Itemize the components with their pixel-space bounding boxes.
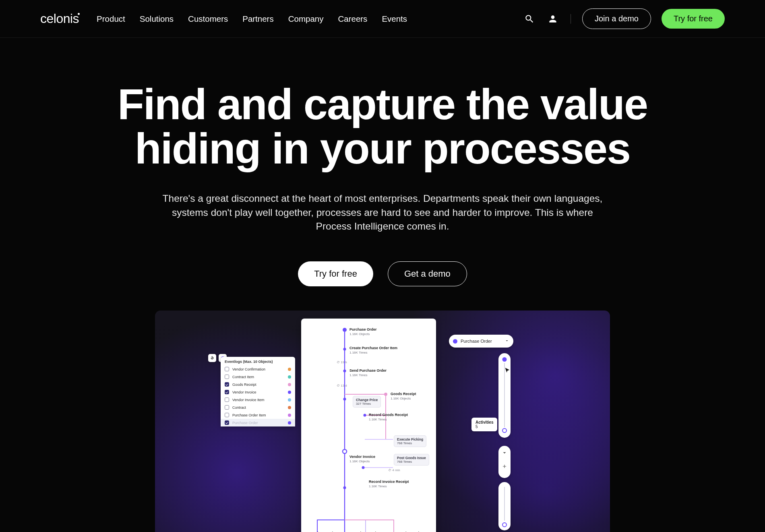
primary-nav: Product Solutions Customers Partners Com… — [97, 14, 407, 24]
hero-body: There's a great disconnect at the heart … — [155, 192, 610, 233]
checkbox-icon[interactable] — [225, 367, 229, 371]
flow-node-record-goods-receipt: Record Goods Receipt1.16K Times — [369, 413, 408, 421]
flow-node-execute-picking: Execute Picking768 Times — [394, 435, 426, 447]
flow-node-vendor-invoice: Vendor Invoice1.16K Objects — [349, 455, 375, 463]
hero-title-line2: hiding in your processes — [135, 124, 630, 173]
refresh-icon[interactable] — [208, 354, 216, 362]
nav-company[interactable]: Company — [288, 14, 324, 24]
eventlog-item[interactable]: Vendor Invoice Item — [221, 396, 295, 404]
eventlog-item[interactable]: Contract — [221, 404, 295, 411]
nav-partners[interactable]: Partners — [242, 14, 273, 24]
eventlogs-heading: Eventlogs (Max. 10 Objects) — [221, 357, 295, 365]
process-flow-panel: Purchase Order1.16K Objects Create Purch… — [301, 319, 436, 532]
svg-point-7 — [362, 466, 365, 469]
eventlog-item-label: Vendor Invoice — [232, 390, 256, 394]
activities-value: 5 — [476, 424, 478, 429]
checkbox-icon[interactable] — [225, 405, 229, 410]
nav-product[interactable]: Product — [97, 14, 125, 24]
svg-point-2 — [343, 370, 346, 373]
object-color-dot-icon — [453, 339, 457, 344]
eventlog-item-label: Contract Item — [232, 375, 254, 379]
flow-node-change-price: Change Price327 Times — [353, 396, 381, 408]
hero-get-demo-button[interactable]: Get a demo — [388, 261, 467, 286]
header-actions: Join a demo Try for free — [523, 8, 725, 29]
color-dot-icon — [288, 414, 291, 417]
svg-point-0 — [343, 328, 347, 332]
svg-point-3 — [343, 398, 346, 401]
eventlog-item-label: Contract — [232, 406, 246, 410]
brand-logo[interactable]: celonis — [40, 11, 79, 26]
flow-node-post-goods-issue: Post Goods Issue768 Times — [394, 454, 429, 466]
checkbox-icon[interactable] — [225, 382, 229, 387]
color-dot-icon — [288, 383, 291, 386]
color-dot-icon — [288, 391, 291, 394]
eventlog-item-label: Goods Receipt — [232, 383, 256, 387]
zoom-slider[interactable] — [498, 482, 511, 530]
svg-point-4 — [384, 393, 387, 396]
eventlog-item[interactable]: Goods Receipt — [221, 381, 295, 388]
checkbox-icon[interactable] — [225, 413, 229, 417]
slider-handle-icon[interactable] — [502, 428, 507, 433]
arrow-down-icon — [502, 450, 507, 455]
eventlog-item[interactable]: Purchase Order Item — [221, 411, 295, 419]
flow-edge-duration-1: ⏱ 19 h — [337, 360, 347, 364]
hero-try-free-button[interactable]: Try for free — [298, 261, 373, 286]
eventlog-item-label: Vendor Confirmation — [232, 367, 265, 371]
flow-node-create-po-item: Create Purchase Order Item1.16K Times — [349, 346, 397, 354]
checkbox-icon[interactable] — [225, 397, 229, 402]
flow-node-goods-receipt: Goods Receipt1.16K Objects — [391, 392, 416, 400]
site-header: celonis Product Solutions Customers Part… — [0, 0, 765, 38]
header-divider — [571, 14, 571, 24]
detail-slider[interactable] — [498, 353, 511, 438]
eventlog-item[interactable]: Vendor Confirmation — [221, 365, 295, 373]
zoom-handle-icon[interactable] — [502, 522, 507, 527]
checkbox-icon[interactable] — [225, 390, 229, 394]
search-icon[interactable] — [523, 12, 536, 25]
eventlogs-panel: Eventlogs (Max. 10 Objects) Vendor Confi… — [221, 357, 295, 426]
flow-node-send-po: Send Purchase Order1.16K Times — [349, 368, 387, 377]
plus-icon — [502, 464, 507, 469]
flow-node-purchase-order: Purchase Order1.16K Objects — [349, 327, 377, 336]
brand-dot-icon — [78, 13, 80, 15]
checkbox-icon[interactable] — [225, 375, 229, 379]
eventlog-item-label: Purchase Order — [232, 421, 258, 425]
cursor-icon — [504, 367, 511, 374]
object-selector-label: Purchase Order — [461, 339, 492, 344]
hero-ctas: Try for free Get a demo — [0, 261, 765, 286]
flow-edge-duration-3: ⏱ 4 min — [388, 468, 400, 472]
eventlog-item-label: Purchase Order Item — [232, 413, 266, 417]
svg-point-6 — [343, 449, 347, 453]
object-selector-chip[interactable]: Purchase Order — [449, 335, 513, 348]
svg-point-8 — [343, 486, 346, 489]
color-dot-icon — [288, 375, 291, 379]
eventlog-item[interactable]: Contract Item — [221, 373, 295, 381]
nav-events[interactable]: Events — [382, 14, 407, 24]
eventlog-item-label: Vendor Invoice Item — [232, 398, 265, 402]
color-dot-icon — [288, 398, 291, 402]
hero-title: Find and capture the value hiding in you… — [0, 82, 765, 171]
zoom-down-button[interactable] — [498, 446, 511, 478]
flow-edge-duration-2: ⏱ 13 d — [337, 384, 347, 387]
color-dot-icon — [288, 421, 291, 424]
activities-tooltip: Activities 5 — [471, 418, 497, 431]
svg-point-1 — [343, 348, 346, 351]
hero-title-line1: Find and capture the value — [118, 80, 647, 128]
eventlog-item[interactable]: Purchase Order — [221, 419, 295, 426]
join-demo-button[interactable]: Join a demo — [582, 8, 651, 29]
flow-node-record-invoice-receipt: Record Invoice Receipt1.16K Times — [369, 480, 409, 488]
try-free-button[interactable]: Try for free — [662, 9, 725, 29]
chevron-down-icon — [504, 338, 509, 344]
nav-solutions[interactable]: Solutions — [140, 14, 174, 24]
product-graphic: Eventlogs (Max. 10 Objects) Vendor Confi… — [155, 311, 610, 532]
account-icon[interactable] — [546, 12, 559, 25]
hero-section: Find and capture the value hiding in you… — [0, 38, 765, 286]
activities-label: Activities — [476, 420, 493, 424]
checkbox-icon[interactable] — [225, 420, 229, 425]
nav-customers[interactable]: Customers — [188, 14, 228, 24]
nav-careers[interactable]: Careers — [338, 14, 367, 24]
color-dot-icon — [288, 406, 291, 409]
brand-wordmark: celonis — [40, 11, 79, 26]
color-dot-icon — [288, 368, 291, 371]
detail-slider-track — [498, 353, 511, 532]
eventlog-item[interactable]: Vendor Invoice — [221, 388, 295, 396]
